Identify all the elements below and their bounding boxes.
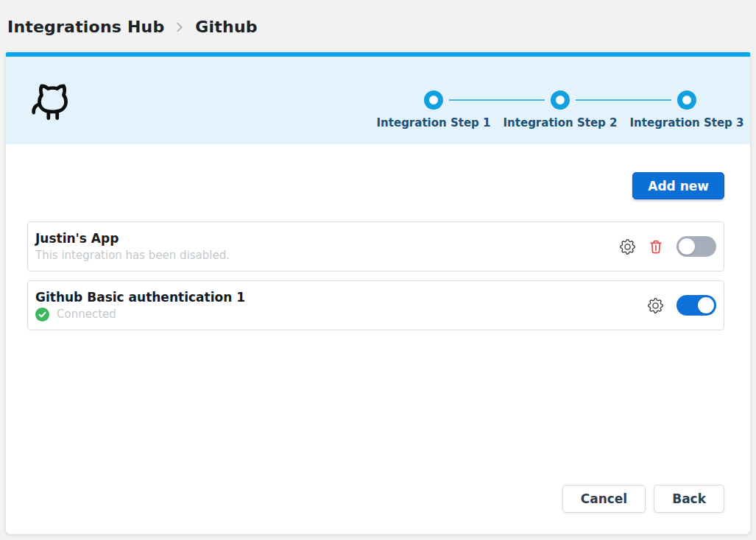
back-button[interactable]: Back xyxy=(654,485,724,513)
integration-info: Justin's App This integration has been d… xyxy=(35,231,230,262)
step-1-indicator[interactable] xyxy=(424,90,443,110)
add-new-button[interactable]: Add new xyxy=(632,172,724,199)
step-3-label: Integration Step 3 xyxy=(630,116,744,129)
breadcrumb-item-github: Github xyxy=(195,18,257,36)
integration-row-github-basic-auth: Github Basic authentication 1 Connected xyxy=(27,280,724,330)
integration-toggle-off[interactable] xyxy=(676,236,716,257)
integration-row-justins-app: Justin's App This integration has been d… xyxy=(27,221,724,271)
integration-name: Github Basic authentication 1 xyxy=(35,290,245,305)
toggle-knob xyxy=(698,297,714,313)
footer-actions: Cancel Back xyxy=(27,485,724,513)
integration-card: Integration Step 1 Integration Step 2 In… xyxy=(6,52,750,534)
step-3-indicator[interactable] xyxy=(677,90,696,110)
integration-actions xyxy=(620,236,716,257)
step-2: Integration Step 2 xyxy=(497,90,623,129)
step-connector-2-3 xyxy=(576,99,671,101)
step-1: Integration Step 1 xyxy=(370,90,497,129)
settings-gear-icon[interactable] xyxy=(648,298,663,313)
check-circle-icon xyxy=(35,308,49,321)
chevron-right-icon xyxy=(173,21,186,34)
integration-status: This integration has been disabled. xyxy=(35,249,230,262)
cancel-button[interactable]: Cancel xyxy=(562,485,646,513)
step-1-label: Integration Step 1 xyxy=(377,116,491,129)
breadcrumb: Integrations Hub Github xyxy=(0,0,756,47)
card-body: Add new Justin's App This integration ha… xyxy=(6,144,750,534)
step-3: Integration Step 3 xyxy=(623,90,750,129)
integration-info: Github Basic authentication 1 Connected xyxy=(35,290,245,321)
github-octocat-logo-icon xyxy=(28,76,77,127)
toggle-knob xyxy=(679,238,695,255)
integration-toggle-on[interactable] xyxy=(676,295,716,316)
integration-stepper: Integration Step 1 Integration Step 2 In… xyxy=(370,90,750,129)
step-2-indicator[interactable] xyxy=(551,90,570,110)
step-connector-1-2 xyxy=(449,99,545,101)
integration-name: Justin's App xyxy=(35,231,230,246)
card-header: Integration Step 1 Integration Step 2 In… xyxy=(6,57,750,144)
breadcrumb-item-integrations-hub[interactable]: Integrations Hub xyxy=(7,18,164,36)
settings-gear-icon[interactable] xyxy=(620,239,635,255)
integration-status: Connected xyxy=(35,308,245,321)
integration-status-text: Connected xyxy=(57,308,116,321)
step-2-label: Integration Step 2 xyxy=(504,116,618,129)
delete-trash-icon[interactable] xyxy=(649,239,663,254)
integration-actions xyxy=(648,295,716,316)
